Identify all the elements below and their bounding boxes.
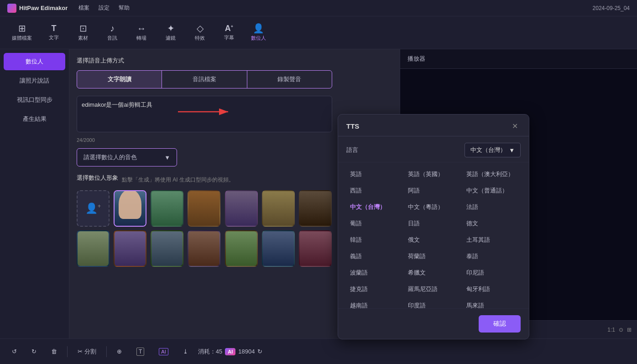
avatar-item-3[interactable] <box>188 190 220 227</box>
tab-audio-file[interactable]: 音訊檔案 <box>162 71 246 88</box>
lang-hungarian[interactable]: 匈牙利語 <box>463 281 521 297</box>
tts-lang-grid: 英語 英語（英國） 英語（澳大利亞） 西語 阿語 中文（普通話） 中文（台灣） … <box>338 162 529 308</box>
lang-select-arrow-icon: ▼ <box>509 147 515 154</box>
tab-tts[interactable]: 文字朗讀 <box>77 71 162 88</box>
tts-confirm-button[interactable]: 確認 <box>479 315 521 333</box>
subtitle-icon: A+ <box>225 24 233 32</box>
lang-english-uk[interactable]: 英語（英國） <box>404 166 462 182</box>
player-zoom-icon[interactable]: ⊙ <box>619 327 623 333</box>
toolbar-audio[interactable]: ♪ 音訊 <box>99 20 126 45</box>
lang-portuguese[interactable]: 葡語 <box>346 215 404 232</box>
toolbar-material[interactable]: ⊡ 素材 <box>69 20 97 45</box>
lang-dutch[interactable]: 荷蘭語 <box>404 248 462 265</box>
lang-korean[interactable]: 韓語 <box>346 232 404 248</box>
lang-czech[interactable]: 捷克語 <box>346 281 404 297</box>
lang-japanese[interactable]: 日語 <box>404 215 462 232</box>
voice-selector[interactable]: 請選擇數位人的音色 ▼ <box>77 148 177 166</box>
toolbar-avatar[interactable]: 👤 數位人 <box>245 20 272 45</box>
toolbar-subtitle[interactable]: A+ 字幕 <box>215 21 243 45</box>
avatar-item-6[interactable] <box>299 190 332 227</box>
tts-lang-select[interactable]: 中文（台灣） ▼ <box>465 143 521 157</box>
avatar-item-10[interactable] <box>188 230 220 267</box>
avatar-item-5[interactable] <box>262 190 295 227</box>
avatar-add-button[interactable]: 👤+ <box>77 190 110 227</box>
text-button[interactable]: T <box>132 345 149 359</box>
export-button[interactable]: ⤓ <box>178 345 193 358</box>
lang-french[interactable]: 法語 <box>463 199 521 215</box>
lang-polish[interactable]: 波蘭語 <box>346 265 404 281</box>
toolbar-media[interactable]: ⊞ 媒體檔案 <box>5 20 38 45</box>
tts-close-button[interactable]: ✕ <box>509 121 521 131</box>
lang-turkish[interactable]: 土耳其語 <box>463 232 521 248</box>
tts-dialog-title: TTS <box>346 122 359 130</box>
toolbar-text[interactable]: T 文字 <box>40 21 68 45</box>
tab-record[interactable]: 錄製聲音 <box>247 71 332 88</box>
player-grid-icon[interactable]: ⊞ <box>627 327 632 333</box>
avatar-item-12[interactable] <box>262 230 295 267</box>
player-ratio[interactable]: 1:1 <box>607 327 615 333</box>
avatar-item-8[interactable] <box>114 230 146 267</box>
toolbar-filter[interactable]: ✦ 濾鏡 <box>157 20 184 45</box>
toolbar-subtitle-label: 字幕 <box>224 34 234 41</box>
avatar-item-4[interactable] <box>225 190 258 227</box>
lang-arabic[interactable]: 阿語 <box>404 182 462 199</box>
player-header: 播放器 <box>400 49 637 69</box>
undo-button[interactable]: ↺ <box>7 345 21 358</box>
avatar-item-11[interactable] <box>225 230 258 267</box>
toolbar-effect[interactable]: ◇ 特效 <box>186 20 214 45</box>
toolbar-material-label: 素材 <box>78 35 88 42</box>
lang-english[interactable]: 英語 <box>346 166 404 182</box>
cut-button[interactable]: ✂ 分割 <box>73 345 101 359</box>
title-bar: HitPaw Edimakor 檔案 設定 幫助 2024-09-25_04 <box>0 0 637 16</box>
selected-lang-text: 中文（台灣） <box>470 146 506 154</box>
lang-english-au[interactable]: 英語（澳大利亞） <box>463 166 521 182</box>
menu-help[interactable]: 幫助 <box>119 4 130 12</box>
avatar-item-7[interactable] <box>77 230 110 267</box>
menu-file[interactable]: 檔案 <box>78 4 89 12</box>
toolbar-transition[interactable]: ↔ 轉場 <box>128 20 155 45</box>
lang-cantonese[interactable]: 中文（粵語） <box>404 199 462 215</box>
lang-chinese-mandarin[interactable]: 中文（普通話） <box>463 182 521 199</box>
credits-value: 18904 <box>238 348 255 355</box>
tts-lang-row: 語言 中文（台灣） ▼ <box>338 136 529 162</box>
avatar-item-13[interactable] <box>299 230 332 267</box>
voice-selector-arrow-icon: ▼ <box>164 154 170 161</box>
lang-hindi[interactable]: 印度語 <box>404 297 462 308</box>
lang-russian[interactable]: 俄文 <box>404 232 462 248</box>
avatar-item-9[interactable] <box>151 230 183 267</box>
menu-bar: 檔案 設定 幫助 <box>78 4 130 12</box>
sidebar-item-generate-result[interactable]: 產生結果 <box>4 110 65 128</box>
status-divider-1 <box>67 346 68 357</box>
filter-icon: ✦ <box>167 24 175 33</box>
lang-romanian[interactable]: 羅馬尼亞語 <box>404 281 462 297</box>
avatar-section-title: 選擇數位人形象 <box>77 174 118 182</box>
delete-button[interactable]: 🗑 <box>47 345 62 358</box>
lang-greek[interactable]: 希臘文 <box>404 265 462 281</box>
refresh-icon[interactable]: ↻ <box>257 348 262 355</box>
credits-badge: AI <box>225 348 235 355</box>
lang-thai[interactable]: 泰語 <box>463 248 521 265</box>
toolbar-effect-label: 特效 <box>195 35 205 42</box>
redo-button[interactable]: ↻ <box>27 345 41 358</box>
status-bar: ↺ ↻ 🗑 ✂ 分割 ⊕ T AI ⤓ 消耗：45 AI 18904 ↻ <box>0 338 637 364</box>
date-display: 2024-09-25_04 <box>593 5 630 11</box>
lang-spanish[interactable]: 西語 <box>346 182 404 199</box>
lang-italian[interactable]: 義語 <box>346 248 404 265</box>
lang-malay[interactable]: 馬來語 <box>463 297 521 308</box>
toolbar-media-label: 媒體檔案 <box>12 35 32 42</box>
menu-settings[interactable]: 設定 <box>99 4 110 12</box>
avatar-item-1[interactable] <box>114 190 146 227</box>
ai-button[interactable]: AI <box>154 345 172 358</box>
text-input[interactable]: edimakor是一個ai剪輯工具 <box>77 96 332 132</box>
sidebar-item-digital-person[interactable]: 數位人 <box>4 53 65 70</box>
status-divider-2 <box>106 346 107 357</box>
insert-button[interactable]: ⊕ <box>112 345 126 358</box>
sidebar-item-lip-sync[interactable]: 視訊口型同步 <box>4 91 65 109</box>
lang-german[interactable]: 德文 <box>463 215 521 232</box>
cut-label: 分割 <box>84 348 96 356</box>
lang-chinese-tw[interactable]: 中文（台灣） <box>346 199 404 215</box>
lang-vietnamese[interactable]: 越南語 <box>346 297 404 308</box>
sidebar-item-talking-photo[interactable]: 讓照片說話 <box>4 72 65 89</box>
lang-indonesian[interactable]: 印尼語 <box>463 265 521 281</box>
avatar-item-2[interactable] <box>151 190 183 227</box>
